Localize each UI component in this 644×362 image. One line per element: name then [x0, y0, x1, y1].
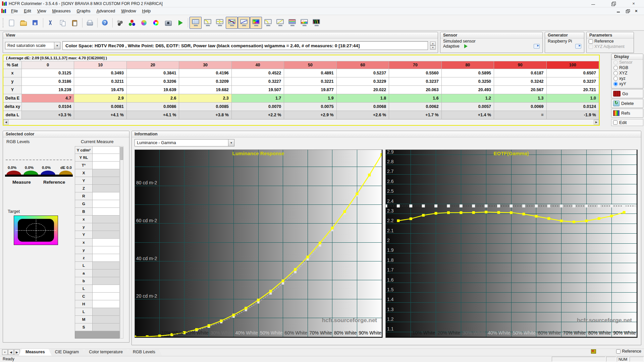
measure-row-value	[93, 185, 120, 192]
scale-dropdown[interactable]: Red saturation scale ▼	[5, 42, 60, 49]
close-icon[interactable]: ×	[631, 2, 636, 6]
measure-secondaries-button[interactable]	[138, 17, 150, 29]
status-segment	[630, 357, 644, 362]
measure-row-label: L	[75, 308, 93, 316]
table-cell: 1.9	[284, 94, 336, 103]
xyz-adjustment-label: XYZ Adjustment	[594, 44, 625, 49]
menu-window[interactable]: Window	[118, 8, 139, 14]
view-cie-diagram-button[interactable]	[250, 17, 262, 29]
display-option-xyY[interactable]	[613, 82, 618, 86]
refs-icon	[613, 110, 620, 116]
menu-help[interactable]: Help	[139, 8, 154, 14]
delete-button[interactable]: Delete	[611, 99, 643, 108]
menu-graphs[interactable]: Graphs	[74, 8, 94, 14]
svg-text:70% White: 70% White	[309, 330, 332, 336]
spin-up-icon[interactable]: ▲	[430, 42, 436, 46]
restore-icon[interactable]	[611, 2, 616, 6]
cut-button[interactable]	[45, 17, 57, 29]
scroll-right-icon[interactable]: ▶	[594, 120, 599, 125]
sat-column-header: 50	[284, 61, 336, 69]
sat-column-header: 0	[22, 61, 74, 69]
view-nearwhite-button[interactable]	[214, 17, 226, 29]
view-gamma-button[interactable]	[202, 17, 214, 29]
copy-button[interactable]	[57, 17, 69, 29]
measure-row-value	[93, 293, 120, 300]
mdi-close-icon[interactable]: ×	[635, 9, 639, 13]
svg-text:90% White: 90% White	[359, 330, 381, 336]
view-gamma2-button[interactable]	[262, 17, 274, 29]
graph-type-dropdown[interactable]: Luminance - Gamma ▼	[135, 139, 234, 146]
go-button[interactable]: Go	[611, 89, 643, 98]
mdi-restore-icon[interactable]	[626, 9, 630, 13]
print-button[interactable]	[84, 17, 96, 29]
chevron-down-icon[interactable]: ▼	[54, 42, 60, 49]
tab-close-icon[interactable]: ×	[2, 349, 8, 355]
display-option-RGB[interactable]	[613, 66, 618, 70]
help-button[interactable]	[99, 17, 111, 29]
chevron-down-icon[interactable]: ▼	[228, 139, 234, 146]
hscroll-track[interactable]	[9, 120, 594, 125]
svg-text:40% White: 40% White	[488, 330, 511, 336]
sensor-run-icon[interactable]	[464, 44, 468, 48]
svg-text:20 cd m-2: 20 cd m-2	[136, 293, 157, 299]
table-cell: 0.0057	[442, 103, 494, 111]
view-cie-diagram-icon	[252, 19, 260, 26]
tab-rgb-levels[interactable]: RGB Levels	[126, 349, 162, 356]
menu-view[interactable]: View	[34, 8, 49, 14]
sensor-config-icon[interactable]	[534, 44, 540, 49]
paste-button[interactable]	[69, 17, 81, 29]
measure-vscrollbar[interactable]	[120, 146, 123, 339]
edit-checkbox[interactable]	[613, 120, 618, 125]
snapshot-button[interactable]	[162, 17, 174, 29]
view-rgb-history-button[interactable]	[226, 17, 238, 29]
bottom-reference-checkbox[interactable]	[616, 349, 621, 354]
run-measures-button[interactable]	[174, 17, 186, 29]
view-color-temperature-button[interactable]	[298, 17, 310, 29]
svg-text:1.8: 1.8	[387, 257, 394, 263]
measure-row-label: Y ftL	[75, 154, 93, 162]
menu-advanced[interactable]: Advanced	[94, 8, 118, 14]
save-file-button[interactable]	[30, 17, 42, 29]
tab-next-icon[interactable]: ▶	[14, 349, 20, 355]
minimize-icon[interactable]	[591, 2, 596, 6]
tab-prev-icon[interactable]: ◀	[8, 349, 14, 355]
measure-spinner[interactable]: ▲ ▼	[430, 42, 436, 50]
scroll-left-icon[interactable]: ◀	[3, 120, 9, 125]
measure-grayscale-button[interactable]	[114, 17, 126, 29]
table-cell: 1.0	[547, 94, 599, 103]
refs-button[interactable]: Refs	[611, 109, 643, 118]
tab-color-temperature[interactable]: Color temperature	[82, 349, 129, 356]
open-file-button[interactable]	[17, 17, 30, 29]
table-cell: +4.1 %	[127, 111, 179, 119]
menu-measures[interactable]: Measures	[49, 8, 74, 14]
table-cell: +3.3 %	[22, 111, 74, 119]
mdi-minimize-icon[interactable]	[617, 9, 621, 13]
view-rgb-levels-button[interactable]	[286, 17, 298, 29]
new-file-button[interactable]	[5, 17, 17, 29]
view-free-measures-button[interactable]	[310, 17, 322, 29]
reference-checkbox[interactable]	[589, 39, 593, 44]
menu-edit[interactable]: Edit	[21, 8, 34, 14]
measure-row-label: T°	[75, 162, 93, 169]
tab-cie-diagram[interactable]: CIE Diagram	[48, 349, 86, 356]
scale-dropdown-value: Red saturation scale	[5, 43, 54, 48]
table-hscrollbar[interactable]: ◀ ▶	[3, 119, 599, 125]
measure-colorchecker-button[interactable]	[150, 17, 162, 29]
display-option-XYZ[interactable]	[613, 71, 618, 75]
table-cell: 0.4522	[232, 69, 284, 77]
tab-measures[interactable]: Measures	[19, 349, 52, 356]
measure-primaries-button[interactable]	[126, 17, 138, 29]
view-luminance-button[interactable]	[274, 17, 286, 29]
table-cell: +2.2 %	[232, 111, 284, 119]
view-measures-button[interactable]	[190, 17, 202, 29]
vscroll-thumb[interactable]	[120, 147, 123, 160]
hcfr-document-icon	[1, 9, 6, 13]
generator-config-icon[interactable]	[575, 44, 581, 49]
view-luminance-history-button[interactable]	[238, 17, 250, 29]
sat-column-header: 70	[389, 61, 441, 69]
spin-down-icon[interactable]: ▼	[430, 46, 436, 50]
menu-file[interactable]: File	[8, 8, 21, 14]
table-cell: -1.9 %	[547, 111, 599, 119]
table-cell: 1.7	[232, 94, 284, 103]
display-option-xyz[interactable]	[613, 76, 618, 81]
